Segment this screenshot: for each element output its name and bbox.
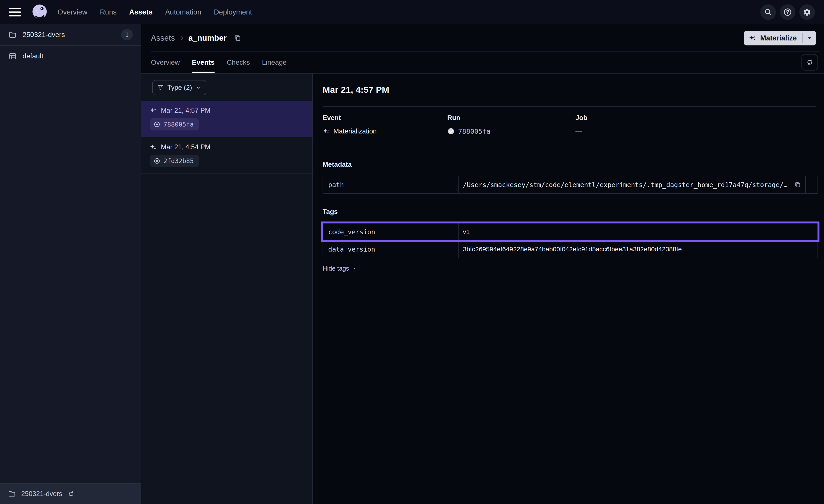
breadcrumb: Assets a_number [151,33,241,43]
materialization-sparkle-icon [323,128,330,135]
chevron-down-icon [196,85,201,91]
tags-row-data-version: data_version 3bfc269594ef649228e9a74bab0… [323,240,818,258]
tags-heading: Tags [323,208,816,216]
nav-links: Overview Runs Assets Automation Deployme… [58,8,252,16]
sidebar-footer-code-location[interactable]: 250321-dvers [0,483,141,504]
filter-funnel-icon [157,84,164,91]
tab-lineage[interactable]: Lineage [262,51,287,73]
sidebar-item-group-default[interactable]: default [0,46,141,67]
run-id: 2fd32b85 [164,157,194,165]
run-id-link[interactable]: 788005fa [458,127,490,135]
run-id: 788005fa [164,121,194,128]
group-name: default [22,52,133,60]
job-value: — [576,127,582,135]
tab-checks[interactable]: Checks [227,51,250,73]
top-nav: Overview Runs Assets Automation Deployme… [0,0,824,24]
materialize-split-button: Materialize [744,31,816,45]
tag-key: code_version [323,224,458,240]
code-location-name: 250321-dvers [22,31,116,39]
event-type-value: Materialization [333,127,377,135]
chevron-right-icon [178,35,185,41]
asset-count-badge: 1 [121,29,133,40]
asset-group-icon [8,52,17,60]
event-list-item[interactable]: Mar 21, 4:57 PM 788005fa [141,101,312,137]
refresh-icon [806,58,814,66]
sidebar-item-code-location[interactable]: 250321-dvers 1 [0,24,141,46]
footer-code-location-name: 250321-dvers [21,490,62,498]
materialization-sparkle-icon [149,107,157,114]
nav-item-runs[interactable]: Runs [100,8,117,16]
hide-tags-link[interactable]: Hide tags [323,265,357,272]
materialization-sparkle-icon [149,143,157,151]
type-filter-label: Type (2) [167,84,192,92]
dagster-logo-icon[interactable] [31,4,48,20]
settings-button[interactable] [799,4,815,20]
copy-icon [234,34,241,42]
job-column-label: Job [576,114,816,122]
tag-value: v1 [463,228,470,236]
asset-name: a_number [188,33,227,43]
breadcrumb-assets-link[interactable]: Assets [151,33,175,43]
event-detail-title: Mar 21, 4:57 PM [323,85,816,95]
type-filter-button[interactable]: Type (2) [152,80,206,95]
menu-icon[interactable] [9,8,21,16]
reload-icon[interactable] [68,490,75,498]
folder-icon [8,490,16,498]
copy-path-button[interactable] [794,181,801,188]
folder-icon [8,30,17,39]
tags-table: code_version v1 data_version 3bfc269594e… [323,223,818,258]
copy-asset-name-button[interactable] [234,34,241,42]
event-list-item[interactable]: Mar 21, 4:54 PM 2fd32b85 [141,137,312,174]
help-button[interactable] [780,4,796,20]
tag-key: data_version [323,241,458,258]
tag-value: 3bfc269594ef649228e9a74bab00f042efc91d5a… [463,246,682,253]
gear-icon [803,8,811,16]
search-icon [764,8,772,16]
run-id-pill[interactable]: 788005fa [150,118,199,130]
hide-tags-label: Hide tags [323,265,349,272]
metadata-row-path: path /Users/smackesey/stm/code/elementl/… [323,176,818,193]
event-summary-columns: Event Materialization Run 788005fa [323,114,816,135]
events-list-panel: Type (2) Mar 21, 4:57 PM 788005fa [141,74,313,504]
tags-row-code-version: code_version v1 [323,224,818,240]
nav-item-automation[interactable]: Automation [165,8,201,16]
nav-item-deployment[interactable]: Deployment [214,8,252,16]
copy-icon [794,181,801,188]
run-circle-dot-icon [153,157,161,164]
metadata-heading: Metadata [323,161,816,168]
sidebar: 250321-dvers 1 default 250321-dvers [0,24,141,504]
materialize-label: Materialize [760,34,797,42]
success-check-icon [447,128,455,135]
asset-header: Assets a_number Materialize [141,24,824,51]
materialize-dropdown-button[interactable] [803,31,816,45]
tab-events[interactable]: Events [192,51,215,73]
metadata-table: path /Users/smackesey/stm/code/elementl/… [323,176,818,194]
event-detail-panel: Mar 21, 4:57 PM Event Materialization Ru… [313,74,824,504]
path-value-link[interactable]: /Users/smackesey/stm/code/elementl/exper… [463,181,790,188]
nav-item-overview[interactable]: Overview [58,8,88,16]
main-area: Assets a_number Materialize [141,24,824,504]
metadata-row-end-cell [805,176,818,193]
materialize-button[interactable]: Materialize [744,31,802,45]
sparkle-icon [749,34,757,42]
event-timestamp: Mar 21, 4:57 PM [161,107,210,114]
run-id-pill[interactable]: 2fd32b85 [150,155,199,167]
caret-down-icon [806,35,813,41]
refresh-button[interactable] [802,54,818,71]
tab-overview[interactable]: Overview [151,51,180,73]
detail-divider [323,106,816,107]
event-timestamp: Mar 21, 4:54 PM [161,143,210,151]
nav-item-assets[interactable]: Assets [129,8,152,16]
caret-up-icon [352,266,357,271]
event-column-label: Event [323,114,447,122]
search-button[interactable] [760,4,776,20]
run-column-label: Run [447,114,576,122]
metadata-key: path [323,176,458,193]
nav-icon-buttons [760,4,815,20]
run-circle-dot-icon [153,121,161,128]
help-icon [783,8,792,16]
asset-tabs: Overview Events Checks Lineage [141,51,824,73]
dagster-app: Overview Runs Assets Automation Deployme… [0,0,824,504]
